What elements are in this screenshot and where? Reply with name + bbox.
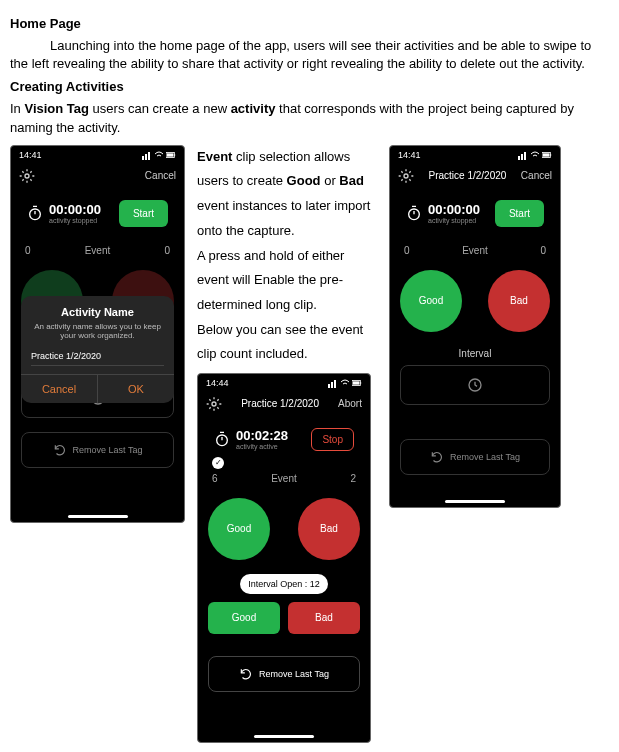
cancel-link[interactable]: Cancel: [145, 170, 176, 181]
text-bold: Good: [287, 173, 321, 188]
modal-title: Activity Name: [31, 306, 164, 318]
page-title: Practice 1/2/2020: [241, 398, 319, 409]
battery-icon: [352, 378, 362, 388]
svg-rect-22: [543, 153, 550, 156]
clock-icon: [467, 377, 483, 393]
svg-rect-14: [353, 381, 360, 384]
interval-label: Interval: [390, 348, 560, 359]
svg-point-6: [25, 174, 29, 178]
signal-icon: [328, 378, 338, 388]
signal-icon: [142, 150, 152, 160]
interval-good-button[interactable]: Good: [208, 602, 280, 634]
event-right-count: 0: [164, 245, 170, 256]
remove-label: Remove Last Tag: [259, 669, 329, 679]
modal-ok-button[interactable]: OK: [98, 375, 174, 403]
svg-point-15: [212, 402, 216, 406]
paragraph-home: Launching into the home page of the app,…: [10, 37, 609, 73]
modal-subtitle: An activity name allows you to keep your…: [31, 322, 164, 341]
gear-icon[interactable]: [19, 168, 35, 184]
interval-button[interactable]: [400, 365, 550, 405]
battery-icon: [542, 150, 552, 160]
svg-rect-19: [524, 152, 526, 160]
remove-last-tag-button[interactable]: Remove Last Tag: [21, 432, 174, 468]
mid-paragraph-2: A press and hold of either event will En…: [197, 244, 377, 318]
svg-point-23: [404, 174, 408, 178]
interval-bad-button[interactable]: Bad: [288, 602, 360, 634]
timer-status: activity stopped: [49, 217, 101, 224]
svg-rect-11: [334, 380, 336, 388]
undo-icon: [53, 443, 67, 457]
start-button[interactable]: Start: [495, 200, 544, 227]
bad-button[interactable]: Bad: [488, 270, 550, 332]
wifi-icon: [340, 378, 350, 388]
signal-icon: [518, 150, 528, 160]
remove-last-tag-button[interactable]: Remove Last Tag: [400, 439, 550, 475]
gear-icon[interactable]: [398, 168, 414, 184]
svg-rect-1: [145, 154, 147, 160]
status-time: 14:41: [19, 150, 42, 160]
event-right-count: 2: [350, 473, 356, 484]
home-indicator: [445, 500, 505, 503]
text: users can create a new: [89, 101, 231, 116]
svg-rect-0: [142, 156, 144, 160]
svg-point-7: [30, 209, 41, 220]
modal-cancel-button[interactable]: Cancel: [21, 375, 98, 403]
status-time: 14:44: [206, 378, 229, 388]
stop-button[interactable]: Stop: [311, 428, 354, 451]
status-bar: 14:44: [198, 374, 370, 392]
event-left-count: 0: [25, 245, 31, 256]
page-title: Practice 1/2/2020: [429, 170, 507, 181]
remove-last-tag-button[interactable]: Remove Last Tag: [208, 656, 360, 692]
timer-status: activity active: [236, 443, 288, 450]
svg-rect-17: [518, 156, 520, 160]
text: or: [321, 173, 340, 188]
event-label: Event: [85, 245, 111, 256]
interval-open-badge: Interval Open : 12: [240, 574, 328, 594]
wifi-icon: [154, 150, 164, 160]
timer-value: 00:00:00: [49, 202, 101, 217]
screenshot-activity-name-modal: 14:41 Cancel 00:00:00 activity stopped S…: [10, 145, 185, 523]
text-bold: Event: [197, 149, 232, 164]
cancel-link[interactable]: Cancel: [521, 170, 552, 181]
abort-link[interactable]: Abort: [338, 398, 362, 409]
text: In: [10, 101, 24, 116]
start-button[interactable]: Start: [119, 200, 168, 227]
svg-rect-10: [331, 382, 333, 388]
activity-name-input[interactable]: Practice 1/2/2020: [31, 347, 164, 366]
text-bold: Bad: [339, 173, 364, 188]
mid-paragraph-1: Event clip selection allows users to cre…: [197, 145, 377, 244]
remove-label: Remove Last Tag: [73, 445, 143, 455]
event-left-count: 0: [404, 245, 410, 256]
stopwatch-icon: [214, 431, 230, 447]
activity-name-modal: Activity Name An activity name allows yo…: [21, 296, 174, 403]
svg-rect-4: [174, 154, 175, 156]
event-right-count: 0: [540, 245, 546, 256]
svg-point-24: [409, 209, 420, 220]
screenshot-activity-stopped: 14:41 Practice 1/2/2020 Cancel 00:00:00 …: [389, 145, 561, 508]
home-indicator: [68, 515, 128, 518]
timer-value: 00:02:28: [236, 428, 288, 443]
timer-status: activity stopped: [428, 217, 480, 224]
event-label: Event: [462, 245, 488, 256]
screenshot-activity-active: 14:44 Practice 1/2/2020 Abort 00:02:28 a…: [197, 373, 371, 743]
stopwatch-icon: [27, 205, 43, 221]
heading-creating: Creating Activities: [10, 79, 609, 94]
svg-rect-13: [360, 382, 361, 384]
event-label: Event: [271, 473, 297, 484]
text-bold: activity: [231, 101, 276, 116]
event-left-count: 6: [212, 473, 218, 484]
remove-label: Remove Last Tag: [450, 452, 520, 462]
mid-paragraph-3: Below you can see the event clip count i…: [197, 318, 377, 367]
gear-icon[interactable]: [206, 396, 222, 412]
undo-icon: [430, 450, 444, 464]
good-button[interactable]: Good: [208, 498, 270, 560]
timer-value: 00:00:00: [428, 202, 480, 217]
svg-rect-2: [148, 152, 150, 160]
good-button[interactable]: Good: [400, 270, 462, 332]
undo-icon: [239, 667, 253, 681]
svg-rect-18: [521, 154, 523, 160]
home-indicator: [254, 735, 314, 738]
svg-rect-9: [328, 384, 330, 388]
bad-button[interactable]: Bad: [298, 498, 360, 560]
heading-home-page: Home Page: [10, 16, 609, 31]
